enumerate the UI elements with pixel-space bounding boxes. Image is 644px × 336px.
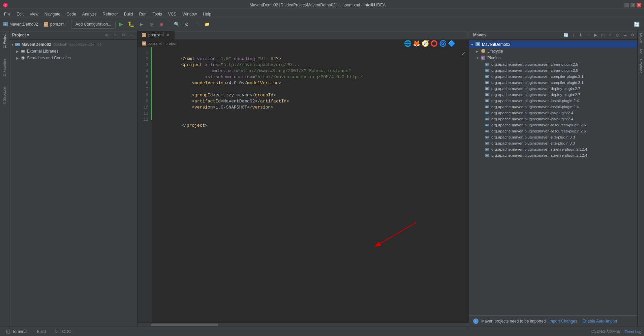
editor-h-scrollbar[interactable] — [137, 323, 469, 327]
ant-strip-label[interactable]: Ant — [639, 46, 643, 56]
structure-strip-label[interactable]: 7: Structure — [3, 85, 6, 107]
maven-plugin-item[interactable]: m org.apache.maven.plugins:maven-clean-p… — [469, 67, 637, 73]
maven-add-button[interactable]: + — [585, 32, 591, 38]
maven-plugin-item[interactable]: m org.apache.maven.plugins:maven-compile… — [469, 73, 637, 80]
maximize-button[interactable]: □ — [631, 3, 635, 7]
plugin-icon: m — [485, 122, 490, 128]
maven-plugin-item[interactable]: m org.apache.maven.plugins:maven-jar-plu… — [469, 116, 637, 122]
toolbar-file-name: pom.xml — [50, 22, 65, 27]
menu-refactor[interactable]: Refactor — [100, 11, 121, 17]
code-editor[interactable]: <?xml version="1.0" encoding="UTF-8"?> <… — [151, 47, 469, 323]
todo-tab[interactable]: 6: TODO — [52, 329, 75, 335]
enable-auto-import-link[interactable]: Enable Auto-Import — [583, 319, 617, 324]
plugin-label: org.apache.maven.plugins:maven-surefire-… — [491, 147, 587, 151]
maven-plugin-item[interactable]: m org.apache.maven.plugins:maven-compile… — [469, 80, 637, 86]
safari-icon[interactable]: 🧭 — [422, 40, 429, 47]
scrollbar-thumb[interactable] — [151, 324, 218, 326]
debug-button[interactable]: 🐛 — [126, 20, 136, 29]
maven-plugin-item[interactable]: m org.apache.maven.plugins:maven-clean-p… — [469, 61, 637, 67]
panel-sync-button[interactable]: ⊕ — [103, 32, 110, 38]
maven-plugin-item[interactable]: m org.apache.maven.plugins:maven-install… — [469, 104, 637, 110]
maven-download-button[interactable]: ⬇ — [577, 32, 584, 38]
fold-marker-2[interactable]: ▼ — [137, 56, 138, 62]
maven-generate-button[interactable]: ↓ — [570, 32, 577, 38]
maven-collapse-button[interactable]: ≑ — [622, 32, 628, 38]
add-config-button[interactable]: Add Configuration... — [71, 20, 116, 29]
settings-button[interactable]: ⚙ — [182, 20, 191, 29]
maven-refresh-button[interactable]: 🔄 — [562, 32, 569, 38]
maven-plugin-item[interactable]: m org.apache.maven.plugins:maven-deploy-… — [469, 92, 637, 98]
import-changes-link[interactable]: Import Changes — [548, 319, 577, 324]
panel-settings-button[interactable]: ⚙ — [120, 32, 126, 38]
minimize-button[interactable]: ─ — [624, 3, 629, 7]
database-strip-label[interactable]: Database — [639, 56, 643, 76]
menu-code[interactable]: Code — [64, 11, 79, 17]
close-button[interactable]: ✕ — [637, 3, 641, 7]
breadcrumb-project[interactable]: project — [165, 41, 177, 45]
project-icon: P — [3, 22, 8, 27]
maven-plugin-item[interactable]: m org.apache.maven.plugins:maven-resourc… — [469, 122, 637, 128]
maven-plugin-item[interactable]: m org.apache.maven.plugins:maven-deploy-… — [469, 86, 637, 92]
maven-settings-button[interactable]: ⚙ — [629, 32, 636, 38]
stop-button[interactable]: ■ — [157, 20, 166, 29]
plugin-icon: m — [485, 116, 490, 122]
maven-lifecycle-item[interactable]: ▶ L Lifecycle — [469, 48, 637, 55]
panel-minimize-button[interactable]: — — [128, 32, 134, 38]
breadcrumb-sep: › — [163, 41, 164, 45]
maven-plugin-item[interactable]: m org.apache.maven.plugins:maven-jar-plu… — [469, 110, 637, 116]
search-everywhere-button[interactable]: 🔍 — [172, 20, 181, 29]
panel-collapse-button[interactable]: ≡ — [112, 32, 118, 38]
menu-window[interactable]: Window — [180, 11, 200, 17]
menu-file[interactable]: File — [1, 11, 13, 17]
plugins-label: Plugins — [487, 56, 500, 60]
vcs-update-button[interactable]: ↑ — [192, 20, 202, 29]
maven-plugin-item[interactable]: m org.apache.maven.plugins:maven-surefir… — [469, 146, 637, 152]
menu-view[interactable]: View — [27, 11, 41, 17]
maven-plugin-item[interactable]: m org.apache.maven.plugins:maven-surefir… — [469, 152, 637, 158]
run-with-coverage-button[interactable]: ▶ — [136, 20, 146, 29]
maven-sync-button[interactable]: 🔄 — [632, 20, 641, 29]
terminal-tab[interactable]: >_ Terminal — [3, 329, 31, 335]
menu-help[interactable]: Help — [200, 11, 214, 17]
maven-plugin-item[interactable]: m org.apache.maven.plugins:maven-install… — [469, 98, 637, 104]
maven-plugin-item[interactable]: m org.apache.maven.plugins:maven-site-pl… — [469, 134, 637, 140]
fold-marker-12[interactable]: ▼ — [137, 117, 138, 123]
menu-analyze[interactable]: Analyze — [80, 11, 99, 17]
open-file-button[interactable]: 📁 — [202, 20, 212, 29]
maven-skip-tests-button[interactable]: m — [600, 32, 606, 38]
menu-tools[interactable]: Tools — [150, 11, 165, 17]
menu-navigate[interactable]: Navigate — [42, 11, 63, 17]
tree-item-root[interactable]: ▼ P MaventDemo02 D:\ideaProject\MaventDe… — [9, 41, 137, 48]
menu-edit[interactable]: Edit — [14, 11, 26, 17]
project-strip-label[interactable]: 1: Project — [3, 32, 6, 50]
maven-root-item[interactable]: ▼ M MaventDemo02 — [469, 41, 637, 48]
maven-run-button[interactable]: ▶ — [592, 32, 599, 38]
menu-vcs[interactable]: VCS — [165, 11, 179, 17]
favorites-strip-label[interactable]: 2: Favorites — [3, 57, 6, 78]
maven-strip-label[interactable]: Maven — [639, 30, 643, 46]
edge-icon[interactable]: 🔷 — [448, 40, 455, 47]
menu-build[interactable]: Build — [121, 11, 136, 17]
chrome-icon[interactable]: 🌐 — [404, 40, 411, 47]
build-tab[interactable]: Build — [33, 329, 49, 335]
pom-xml-tab[interactable]: m pom.xml ✕ — [137, 31, 175, 39]
maven-plugin-item[interactable]: m org.apache.maven.plugins:maven-resourc… — [469, 128, 637, 134]
ie-icon[interactable]: 🌀 — [439, 40, 447, 47]
opera-icon[interactable]: ⭕ — [430, 40, 438, 47]
maven-plugin-item[interactable]: m org.apache.maven.plugins:maven-site-pl… — [469, 140, 637, 146]
tree-item-external-libs[interactable]: ▶ External Libraries — [15, 48, 137, 55]
pom-tab-close[interactable]: ✕ — [165, 33, 170, 37]
maven-plugins-item[interactable]: ▼ P Plugins — [469, 55, 637, 61]
breadcrumb-pomxml[interactable]: pom.xml — [148, 41, 162, 45]
run-button[interactable]: ▶ — [116, 20, 126, 29]
profile-button[interactable]: ⊙ — [147, 20, 156, 29]
maven-profiles-button[interactable]: ≡ — [607, 32, 614, 38]
maven-lifecycle-button[interactable]: ⊙ — [614, 32, 621, 38]
svg-text:m: m — [486, 75, 488, 78]
event-log-link[interactable]: Event Log — [624, 330, 641, 334]
main-layout: 1: Project 2: Favorites 7: Structure Pro… — [0, 30, 644, 327]
tree-item-scratches[interactable]: ▶ S Scratches and Consoles — [15, 55, 137, 61]
menu-run[interactable]: Run — [136, 11, 149, 17]
sep1 — [68, 21, 68, 28]
firefox-icon[interactable]: 🦊 — [413, 40, 420, 47]
